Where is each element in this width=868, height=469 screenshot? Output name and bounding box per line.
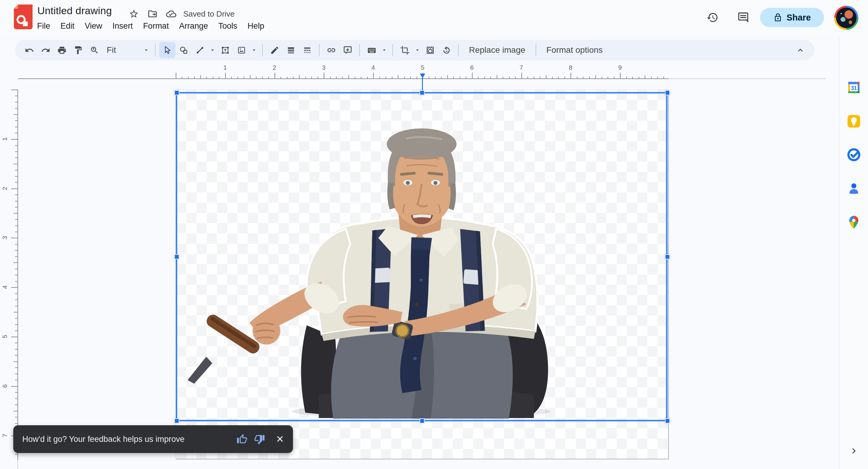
menu-tools[interactable]: Tools — [213, 19, 242, 33]
keyboard-icon — [367, 46, 376, 55]
menu-arrange[interactable]: Arrange — [174, 19, 213, 33]
border-dash-button[interactable] — [299, 42, 315, 58]
h-ruler-number: 8 — [569, 64, 572, 71]
vertical-ruler[interactable]: 1234567 — [0, 79, 18, 469]
chevron-down-icon — [414, 47, 421, 53]
insert-image-button[interactable] — [233, 42, 250, 58]
horizontal-ruler[interactable]: 123456789 — [18, 63, 839, 79]
shape-icon — [179, 46, 188, 55]
image-selection-box[interactable] — [176, 92, 667, 421]
thumbs-down-button[interactable] — [251, 430, 268, 448]
open-comments-button[interactable] — [736, 10, 750, 25]
sidebar-item-tasks[interactable] — [846, 147, 862, 163]
saved-status-label: Saved to Drive — [183, 9, 235, 19]
show-side-panel-button[interactable] — [846, 444, 861, 459]
menu-edit[interactable]: Edit — [56, 19, 80, 33]
crop-image-button[interactable] — [397, 42, 413, 58]
thumbs-up-button[interactable] — [233, 430, 251, 448]
toolbar-separator — [319, 44, 319, 56]
document-title[interactable]: Untitled drawing — [37, 5, 112, 17]
toolbar-separator — [359, 44, 360, 56]
folder-move-icon — [147, 9, 158, 19]
select-tool-button[interactable] — [159, 42, 176, 58]
lock-icon — [773, 13, 782, 22]
print-button[interactable] — [54, 42, 70, 58]
vertical-ruler-ticks — [11, 90, 18, 460]
crop-image-caret[interactable] — [413, 42, 422, 58]
menu-help[interactable]: Help — [242, 19, 270, 33]
chevron-up-icon — [796, 46, 805, 55]
google-tasks-icon — [846, 147, 861, 162]
v-ruler-number: 7 — [1, 434, 8, 437]
format-options-button[interactable]: Format options — [540, 42, 610, 58]
canvas-workspace: 123456789 1234567 — [0, 60, 839, 469]
toolbar-separator — [535, 44, 536, 56]
close-toast-button[interactable]: ✕ — [271, 430, 289, 448]
menu-format[interactable]: Format — [138, 19, 174, 33]
input-tools-caret[interactable] — [380, 42, 389, 58]
selection-handle[interactable] — [665, 90, 670, 95]
chevron-down-icon — [381, 47, 388, 53]
zoom-level-selector[interactable]: Fit — [102, 42, 151, 58]
menu-bar: FileEditViewInsertFormatArrangeToolsHelp — [32, 19, 270, 33]
line-tool-button[interactable] — [192, 42, 208, 58]
chevron-down-icon — [209, 47, 216, 53]
history-icon — [707, 11, 718, 24]
insert-link-button[interactable] — [323, 42, 339, 58]
v-ruler-number: 1 — [1, 137, 8, 141]
insert-image-caret[interactable] — [250, 42, 258, 58]
account-avatar[interactable] — [834, 6, 858, 30]
selection-handle[interactable] — [665, 418, 670, 423]
collapse-toolbar-button[interactable] — [792, 42, 808, 58]
crop-icon — [400, 46, 410, 55]
link-icon — [327, 46, 336, 55]
input-tools-button[interactable] — [364, 42, 380, 58]
menu-insert[interactable]: Insert — [107, 19, 138, 33]
selection-handle[interactable] — [174, 90, 179, 95]
cloud-saved-icon — [166, 9, 176, 19]
horizontal-ruler-baseline-extension — [669, 79, 826, 79]
redo-button[interactable] — [37, 42, 54, 58]
add-comment-icon — [343, 46, 352, 55]
undo-icon — [25, 46, 34, 55]
line-tool-caret[interactable] — [208, 42, 217, 58]
border-weight-button[interactable] — [283, 42, 299, 58]
line-icon — [195, 46, 205, 55]
h-ruler-number: 4 — [371, 64, 375, 71]
google-keep-icon — [846, 114, 861, 129]
h-ruler-number: 2 — [273, 64, 276, 71]
mask-image-button[interactable] — [422, 42, 438, 58]
menu-view[interactable]: View — [80, 19, 107, 33]
feedback-message: How'd it go? Your feedback helps us impr… — [22, 435, 233, 444]
reset-image-icon — [442, 46, 451, 55]
selection-handle[interactable] — [174, 418, 179, 423]
google-maps-icon — [846, 215, 861, 230]
google-contacts-icon — [846, 181, 861, 196]
selection-handle[interactable] — [420, 90, 425, 95]
sidebar-item-contacts[interactable] — [846, 180, 862, 197]
sidebar-item-maps[interactable] — [846, 214, 862, 230]
sidebar-item-calendar[interactable]: 31 — [846, 79, 862, 96]
version-history-button[interactable] — [705, 10, 720, 25]
zoom-button[interactable] — [86, 42, 102, 58]
border-color-button[interactable] — [267, 42, 283, 58]
undo-button[interactable] — [21, 42, 37, 58]
reset-image-button[interactable] — [438, 42, 455, 58]
selection-handle[interactable] — [174, 254, 179, 259]
print-icon — [57, 46, 67, 55]
drawings-logo[interactable] — [14, 4, 33, 29]
v-ruler-number: 5 — [1, 335, 8, 339]
share-button[interactable]: Share — [760, 8, 824, 27]
replace-image-button[interactable]: Replace image — [462, 42, 532, 58]
selection-handle[interactable] — [420, 418, 425, 423]
text-box-button[interactable] — [217, 42, 233, 58]
shape-tool-button[interactable] — [176, 42, 192, 58]
horizontal-ruler-baseline — [18, 79, 669, 79]
sidebar-item-keep[interactable] — [846, 113, 862, 129]
cursor-icon — [163, 46, 172, 55]
close-icon: ✕ — [276, 433, 284, 445]
paint-format-button[interactable] — [70, 42, 86, 58]
selection-handle[interactable] — [665, 254, 670, 259]
add-comment-button[interactable] — [339, 42, 355, 58]
menu-file[interactable]: File — [32, 19, 56, 33]
